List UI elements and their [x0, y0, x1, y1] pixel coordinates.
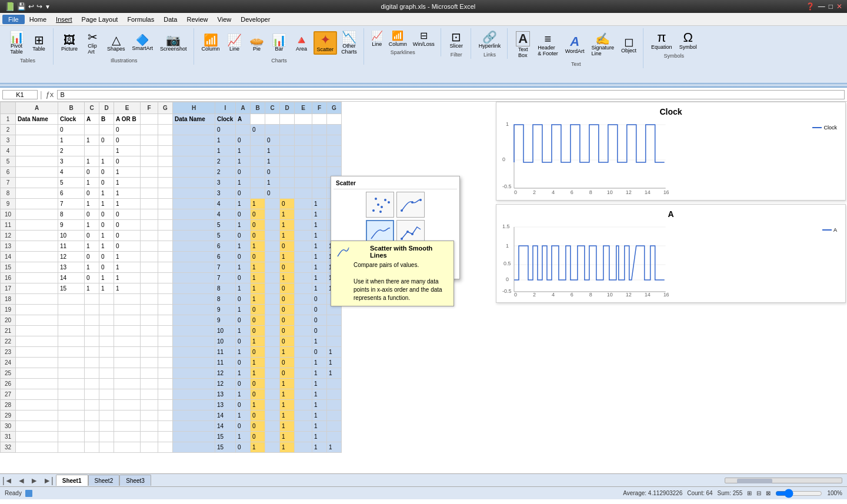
cell[interactable]: 6 — [58, 188, 85, 199]
cell[interactable]: 0 — [312, 294, 327, 305]
table-btn[interactable]: ⊞ Table — [28, 32, 49, 54]
slicer-btn[interactable]: ⊡ Slicer — [446, 29, 467, 51]
cell[interactable] — [141, 156, 158, 167]
cell[interactable] — [265, 326, 280, 336]
cell[interactable] — [158, 358, 173, 368]
sheet-nav-last[interactable]: ►| — [41, 476, 56, 485]
cell[interactable]: 1 — [114, 262, 141, 273]
cell[interactable] — [251, 114, 265, 125]
cell[interactable]: 1 — [114, 252, 141, 262]
menu-home[interactable]: Home — [25, 15, 51, 24]
quick-access-more[interactable]: ▼ — [45, 4, 51, 10]
cell[interactable] — [141, 220, 158, 231]
cell[interactable]: 0 — [265, 167, 280, 178]
cell[interactable]: 1 — [236, 410, 251, 421]
cell[interactable] — [173, 336, 215, 347]
cell[interactable] — [114, 347, 141, 358]
quick-access-undo[interactable]: ↩ — [28, 2, 34, 11]
cell[interactable] — [58, 358, 85, 368]
header-footer-btn[interactable]: ≡ Header& Footer — [535, 31, 561, 58]
cell[interactable] — [173, 283, 215, 294]
quick-access-save[interactable]: 💾 — [17, 2, 26, 11]
pivot-table-btn[interactable]: 📊 PivotTable — [6, 29, 27, 56]
cell[interactable]: 11 — [215, 347, 236, 358]
cell[interactable] — [16, 347, 58, 358]
cell[interactable]: 9 — [58, 220, 85, 231]
sheet-nav-next[interactable]: ► — [28, 476, 41, 485]
cell[interactable] — [58, 368, 85, 379]
cell[interactable]: 1 — [312, 273, 327, 283]
cell[interactable]: 0 — [236, 252, 251, 262]
cell[interactable] — [141, 305, 158, 315]
cell[interactable] — [158, 231, 173, 241]
cell[interactable]: 1 — [280, 421, 295, 432]
hyperlink-btn[interactable]: 🔗 Hyperlink — [476, 29, 504, 51]
cell[interactable]: 1 — [114, 188, 141, 199]
cell[interactable] — [158, 347, 173, 358]
cell[interactable] — [85, 421, 99, 432]
cell[interactable] — [16, 231, 58, 241]
cell[interactable]: 0 — [236, 336, 251, 347]
horizontal-scrollbar[interactable] — [725, 478, 842, 483]
col-header-H[interactable]: H — [173, 102, 215, 114]
cell[interactable]: 0 — [85, 252, 99, 262]
cell[interactable] — [158, 410, 173, 421]
cell[interactable] — [158, 368, 173, 379]
cell[interactable]: 1 — [312, 252, 327, 262]
cell[interactable] — [99, 347, 114, 358]
cell[interactable] — [295, 347, 312, 358]
cell[interactable] — [16, 294, 58, 305]
cell[interactable]: 1 — [236, 241, 251, 252]
cell[interactable]: Data Name — [173, 114, 215, 125]
cell[interactable] — [141, 442, 158, 453]
cell[interactable] — [58, 421, 85, 432]
cell[interactable]: 0 — [114, 231, 141, 241]
cell[interactable] — [251, 135, 265, 146]
cell[interactable] — [173, 294, 215, 305]
cell[interactable]: 0 — [99, 209, 114, 220]
cell[interactable] — [280, 178, 295, 188]
cell[interactable]: 0 — [251, 410, 265, 421]
cell[interactable] — [58, 326, 85, 336]
cell[interactable]: 14 — [215, 421, 236, 432]
cell[interactable] — [295, 252, 312, 262]
cell[interactable]: 0 — [99, 178, 114, 188]
cell[interactable] — [16, 199, 58, 209]
cell[interactable]: 0 — [312, 326, 327, 336]
cell[interactable] — [265, 315, 280, 326]
cell[interactable]: 1 — [312, 379, 327, 389]
cell[interactable] — [158, 283, 173, 294]
cell[interactable]: 7 — [58, 199, 85, 209]
cell-reference-input[interactable] — [2, 90, 38, 99]
cell[interactable] — [251, 156, 265, 167]
cell[interactable] — [251, 188, 265, 199]
cell[interactable] — [173, 262, 215, 273]
cell[interactable] — [16, 273, 58, 283]
cell[interactable] — [114, 442, 141, 453]
cell[interactable] — [173, 368, 215, 379]
cell[interactable]: 1 — [236, 262, 251, 273]
cell[interactable]: A — [236, 114, 251, 125]
cell[interactable] — [114, 432, 141, 442]
cell[interactable] — [280, 188, 295, 199]
cell[interactable] — [327, 389, 342, 400]
cell[interactable] — [158, 199, 173, 209]
cell[interactable] — [173, 135, 215, 146]
cell[interactable]: 0 — [236, 442, 251, 453]
cell[interactable] — [58, 336, 85, 347]
menu-file[interactable]: File — [2, 15, 25, 24]
cell[interactable] — [141, 167, 158, 178]
cell[interactable] — [173, 315, 215, 326]
cell[interactable]: 1 — [99, 241, 114, 252]
cell[interactable]: 0 — [251, 379, 265, 389]
cell[interactable] — [312, 135, 327, 146]
cell[interactable] — [85, 358, 99, 368]
cell[interactable]: 0 — [236, 209, 251, 220]
cell[interactable]: 1 — [280, 209, 295, 220]
cell[interactable] — [141, 358, 158, 368]
cell[interactable]: 2 — [58, 146, 85, 156]
cell[interactable]: 0 — [114, 125, 141, 135]
cell[interactable]: 1 — [236, 220, 251, 231]
cell[interactable]: 1 — [312, 262, 327, 273]
cell[interactable]: 0 — [280, 294, 295, 305]
